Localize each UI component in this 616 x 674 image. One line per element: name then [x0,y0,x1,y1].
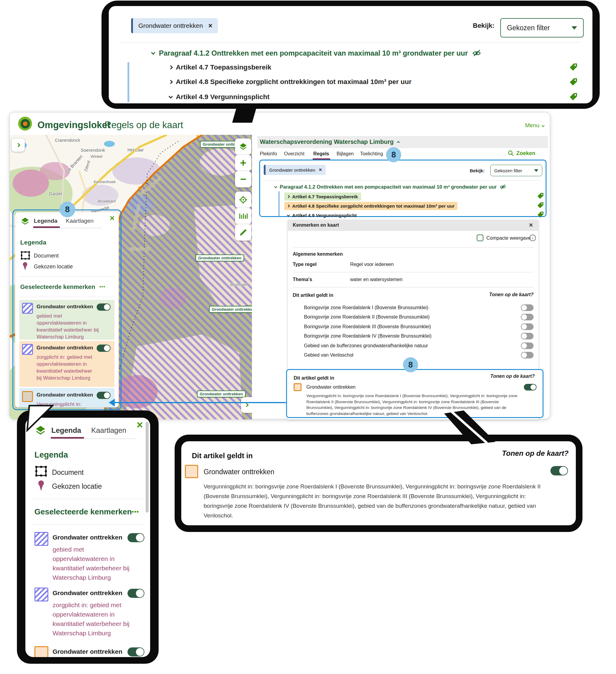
zone-row: Boringsvrije zone Roerdalslenk II (Boven… [304,314,429,320]
search-button[interactable]: Zoeken [508,150,535,156]
paragraph-title: Paragraaf 4.1.2 Onttrekken met een pompc… [280,184,497,190]
map-place-label: Gastel [49,191,62,196]
legend-heading: Legenda [34,450,68,460]
layer-toggle[interactable] [127,533,144,542]
close-icon[interactable]: × [137,420,143,430]
layer-toggle[interactable] [97,304,111,311]
item-title: Grondwater onttrekken [52,589,122,597]
chevron-down-icon [287,213,290,216]
draw-button[interactable] [235,224,251,241]
menu-button[interactable]: Menu [525,122,544,129]
layer-toggle[interactable] [550,466,568,475]
filter-view-value: Gekozen filter [494,168,522,173]
divider [293,287,533,288]
tag-icon[interactable] [536,192,544,200]
map-place-label: Winkel [91,154,102,159]
map-layers-button[interactable] [235,138,251,155]
filter-chip[interactable]: Grondwater onttrekken × [131,18,218,33]
location-pin-icon [22,262,28,271]
hatch-swatch [34,587,48,601]
zone-row: Boringsvrije zone Roerdalslenk I (Bovens… [304,305,428,310]
compact-view-checkbox[interactable] [477,235,483,241]
filter-callout: Grondwater onttrekken × Bekijk: Gekozen … [102,1,600,109]
measure-button[interactable] [235,208,251,224]
tab-kaartlagen[interactable]: Kaartlagen [91,426,126,435]
legend-selected-item: Grondwater onttrekken zorgplicht in: geb… [19,341,115,387]
zoom-in-button[interactable]: + [235,155,251,171]
zone-toggle[interactable] [521,342,533,349]
tab-bijlagen[interactable]: Bijlagen [337,151,354,156]
filter-chip[interactable]: Grondwater onttrekken × [264,165,326,175]
article-row-4-9[interactable]: Artikel 4.9 Vergunningsplicht [169,93,269,101]
tag-icon[interactable] [536,201,544,209]
layer-toggle[interactable] [97,345,111,352]
item-subtitle: zorgplicht in: gebied met oppervlaktewat… [36,354,99,381]
tag-icon[interactable] [536,211,544,219]
chip-close-icon[interactable]: × [209,22,212,30]
layer-toggle[interactable] [127,647,144,657]
zone-toggle[interactable] [521,352,533,358]
article-row-4-9[interactable]: Artikel 4.9 Vergunningsplicht [284,211,360,219]
legend-selected-item: Grondwater onttrekken gebied met oppervl… [19,300,115,340]
eye-slash-icon[interactable] [472,48,482,58]
chevron-right-icon [244,403,249,407]
zone-toggle[interactable] [521,333,533,339]
tab-overzicht[interactable]: Overzicht [284,151,304,156]
zone-toggle[interactable] [521,304,533,311]
info-icon[interactable]: i [529,235,536,241]
eye-slash-icon[interactable] [500,184,507,191]
map-expand-right-button[interactable] [241,397,252,413]
zone-toggle[interactable] [521,314,533,320]
show-on-map-label: Tonen op de kaart? [489,292,533,298]
scrollbar[interactable] [146,422,149,513]
more-menu[interactable]: ••• [99,284,105,290]
paragraph-row[interactable]: Paragraaf 4.1.2 Onttrekken met een pompc… [152,48,482,58]
article-label: Artikel 4.8 Specifieke zorgplicht onttre… [176,78,411,86]
zoom-out-button[interactable]: − [235,171,251,188]
applies-heading: Dit artikel geldt in [192,452,253,460]
kenmerken-panel: Kenmerken en kaart × Compacte weergave i… [288,220,538,420]
layer-toggle[interactable] [97,392,111,399]
more-menu[interactable]: ••• [132,509,139,515]
tab-legenda[interactable]: Legenda [34,218,57,224]
annotation-badge: 8 [386,147,401,162]
tab-kaartlagen[interactable]: Kaartlagen [66,218,94,224]
tag-icon[interactable] [569,77,578,87]
article-row-4-8[interactable]: Artikel 4.8 Specifieke zorgplicht onttre… [284,202,457,210]
article-row-4-8[interactable]: Artikel 4.8 Specifieke zorgplicht onttre… [169,78,411,86]
tab-regels[interactable]: Regels [313,151,329,156]
map-collapse-left-button[interactable] [11,138,25,152]
layer-toggle[interactable] [524,384,536,390]
tag-icon[interactable] [569,62,578,72]
article-label: Artikel 4.7 Toepassingsbereik [176,64,271,71]
close-icon[interactable]: × [110,214,115,222]
app-logo [18,117,32,131]
legend-item-gekozen-locatie: Gekozen locatie [34,263,73,270]
filter-view-dropdown[interactable]: Gekozen filter [500,18,584,37]
article-row-4-7[interactable]: Artikel 4.7 Toepassingsbereik [284,193,361,201]
tab-legenda[interactable]: Legenda [51,426,81,435]
zone-toggle[interactable] [521,323,533,330]
chip-close-icon[interactable]: × [319,167,322,173]
item-title: Grondwater onttrekken [52,648,122,655]
paragraph-row[interactable]: Paragraaf 4.1.2 Onttrekken met een pompc… [275,184,507,191]
tab-plekinfo[interactable]: Plekinfo [260,151,277,156]
selected-features-heading: Geselecteerde kenmerken [20,284,95,291]
legend-selected-item: Grondwater onttrekken Vergunningplicht i… [34,646,146,657]
divider [293,272,533,272]
kenmerken-title: Kenmerken en kaart [293,222,339,228]
locate-button[interactable] [235,192,251,208]
info-glyph: i [532,236,533,240]
item-subtitle: gebied met oppervlaktewateren in kwantit… [36,313,101,340]
article-tree-bar [127,62,129,102]
filter-view-dropdown[interactable]: Gekozen filter [490,165,542,176]
app-window: Omgevingsloket Regels op de kaart Menu [9,112,550,419]
article-row-4-7[interactable]: Artikel 4.7 Toepassingsbereik [169,64,271,71]
legend-item-document: Document [52,468,84,477]
regulation-title-text: Waterschapsverordening Waterschap Limbur… [260,138,394,145]
tag-icon[interactable] [569,92,578,102]
layer-toggle[interactable] [127,589,144,598]
close-icon[interactable]: × [529,221,533,229]
tab-toelichting[interactable]: Toelichting [360,151,383,156]
item-title: Grondwater onttrekken [36,392,93,398]
